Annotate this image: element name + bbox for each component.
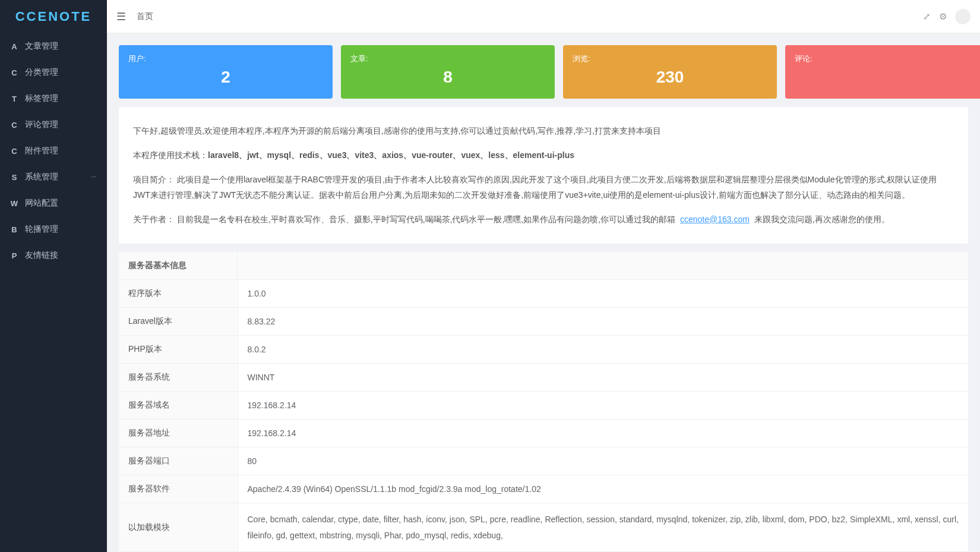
table-row: 程序版本1.0.0 [119,280,968,308]
menu-icon: S [10,173,19,182]
stat-label: 评论: [795,53,980,64]
sidebar-item-8[interactable]: P友情链接 [0,242,107,269]
menu-label: 友情链接 [25,250,58,261]
row-value: 8.83.22 [238,307,968,335]
intro-card: 下午好,超级管理员,欢迎使用本程序,本程序为开源的前后端分离项目,感谢你的使用与… [119,107,968,244]
table-row: 以加载模块Core, bcmath, calendar, ctype, date… [119,503,968,551]
row-value: 80 [238,447,968,475]
row-label: PHP版本 [119,335,238,363]
intro-greeting: 下午好,超级管理员,欢迎使用本程序,本程序为开源的前后端分离项目,感谢你的使用与… [133,124,954,138]
stat-value: 2 [128,68,323,87]
menu-label: 轮播管理 [25,224,58,235]
logo-text: CCENOTE [15,9,92,24]
stat-value: 230 [573,68,767,87]
sidebar-item-2[interactable]: T标签管理 [0,86,107,112]
row-label: Laravel版本 [119,307,238,335]
row-value: 192.168.2.14 [238,419,968,447]
menu-label: 网站配置 [25,198,58,209]
menu-icon: T [10,94,19,103]
menu-icon: C [10,121,19,130]
row-value: 8.0.2 [238,335,968,363]
table-row: 服务器系统WINNT [119,363,968,391]
menu-icon: B [10,225,19,234]
author-email-link[interactable]: ccenote@163.com [680,215,750,224]
sidebar: CCENOTE A文章管理C分类管理T标签管理C评论管理C附件管理S系统管理﹀W… [0,0,107,552]
sidebar-item-1[interactable]: C分类管理 [0,59,107,86]
fullscreen-icon[interactable]: ⤢ [923,11,931,22]
stat-label: 文章: [350,53,545,64]
row-value: 1.0.0 [238,280,968,308]
menu-label: 附件管理 [25,146,58,156]
table-row: Laravel版本8.83.22 [119,307,968,335]
menu-icon: A [10,42,19,51]
stat-card-2: 浏览:230 [563,45,777,99]
avatar[interactable] [955,9,970,24]
settings-icon[interactable]: ⚙ [939,11,947,22]
row-label: 服务器端口 [119,447,238,475]
stat-card-1: 文章:8 [341,45,555,99]
row-label: 服务器域名 [119,391,238,419]
menu-icon: W [10,199,19,208]
row-label: 以加载模块 [119,503,238,551]
intro-tech: 本程序使用技术栈：laravel8、jwt、mysql、redis、vue3、v… [133,148,954,163]
menu-label: 评论管理 [25,119,58,130]
row-value: Core, bcmath, calendar, ctype, date, fil… [238,503,968,551]
menu-icon: C [10,147,19,156]
menu-icon: P [10,251,19,260]
menu-toggle-icon[interactable]: ☰ [116,10,126,23]
logo: CCENOTE [0,0,107,33]
table-row: PHP版本8.0.2 [119,335,968,363]
sidebar-item-4[interactable]: C附件管理 [0,138,107,164]
chevron-down-icon: ﹀ [91,173,97,182]
sidebar-item-7[interactable]: B轮播管理 [0,216,107,242]
row-value: Apache/2.4.39 (Win64) OpenSSL/1.1.1b mod… [238,475,968,503]
intro-brief: 项目简介： 此项目是一个使用laravel框架基于RABC管理开发的项目,由于作… [133,172,954,202]
row-value: 192.168.2.14 [238,391,968,419]
stats-row: 用户:2文章:8浏览:230评论: [119,45,968,99]
stat-value: 8 [350,68,545,87]
intro-about: 关于作者： 目前我是一名专科在校生,平时喜欢写作、音乐、摄影,平时写写代码,喝喝… [133,212,954,227]
breadcrumb[interactable]: 首页 [137,11,153,22]
server-table-header: 服务器基本信息 [119,252,238,280]
menu-label: 系统管理 [25,172,58,182]
stat-card-0: 用户:2 [119,45,333,99]
stat-card-3: 评论: [785,45,980,99]
row-label: 程序版本 [119,280,238,308]
stat-label: 浏览: [573,53,767,64]
row-label: 服务器软件 [119,475,238,503]
sidebar-item-3[interactable]: C评论管理 [0,112,107,138]
table-row: 服务器软件Apache/2.4.39 (Win64) OpenSSL/1.1.1… [119,475,968,503]
menu-label: 标签管理 [25,93,58,104]
stat-label: 用户: [128,53,323,64]
sidebar-item-5[interactable]: S系统管理﹀ [0,164,107,190]
row-label: 服务器系统 [119,363,238,391]
menu-label: 分类管理 [25,67,58,78]
server-info-table: 服务器基本信息 程序版本1.0.0Laravel版本8.83.22PHP版本8.… [119,252,968,552]
sidebar-item-6[interactable]: W网站配置 [0,190,107,216]
table-row: 服务器域名192.168.2.14 [119,391,968,419]
row-label: 服务器地址 [119,419,238,447]
table-row: 服务器地址192.168.2.14 [119,419,968,447]
table-row: 服务器端口80 [119,447,968,475]
header: ☰ 首页 ⤢ ⚙ [107,0,980,33]
row-value: WINNT [238,363,968,391]
menu-icon: C [10,68,19,77]
sidebar-item-0[interactable]: A文章管理 [0,33,107,59]
menu-label: 文章管理 [25,41,58,52]
